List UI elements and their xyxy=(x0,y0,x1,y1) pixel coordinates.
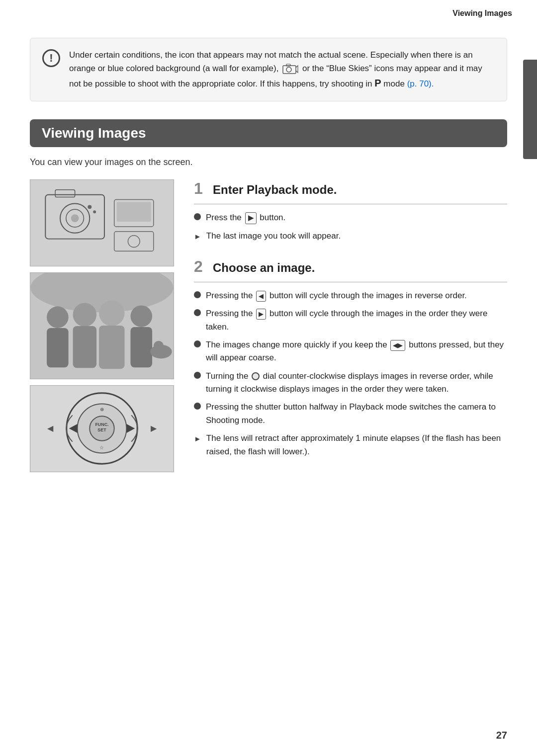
header-title: Viewing Images xyxy=(452,9,512,17)
step-2-bullet-1: Pressing the ◀ button will cycle through… xyxy=(194,289,507,302)
step-1-bullet-1-text: Press the ▶ button. xyxy=(206,211,285,224)
images-column: FUNC. SET ⊕ ☆ ◀ xyxy=(30,179,179,472)
page-footer: 27 xyxy=(496,730,507,741)
bullet-circle-icon-1 xyxy=(194,291,201,298)
svg-text:☆: ☆ xyxy=(99,445,104,451)
left-arrow-btn: ◀ xyxy=(256,291,266,302)
step-2-bullets: Pressing the ◀ button will cycle through… xyxy=(194,289,507,458)
svg-rect-3 xyxy=(31,180,174,266)
arrow-icon: ► xyxy=(194,231,201,242)
step-2-divider xyxy=(194,282,507,282)
svg-rect-21 xyxy=(73,326,97,368)
svg-text:FUNC.: FUNC. xyxy=(95,422,108,427)
instructions-column: 1 Enter Playback mode. Press the ▶ butto… xyxy=(194,179,507,473)
image-2 xyxy=(30,272,174,379)
svg-point-18 xyxy=(47,307,69,329)
notice-link[interactable]: (p. 70). xyxy=(407,79,434,88)
svg-text:◀: ◀ xyxy=(47,424,54,432)
step-1-bullet-1: Press the ▶ button. xyxy=(194,211,507,224)
step-2-title: Choose an image. xyxy=(213,261,315,275)
notice-box: ! Under certain conditions, the icon tha… xyxy=(30,38,507,101)
step-2-bullet-3-text: The images change more quickly if you ke… xyxy=(206,338,507,365)
step-2-bullet-5-text: Pressing the shutter button halfway in P… xyxy=(206,401,507,427)
step-2: 2 Choose an image. Pressing the ◀ button… xyxy=(194,257,507,458)
step-2-header: 2 Choose an image. xyxy=(194,257,507,276)
svg-text:▶: ▶ xyxy=(151,424,157,432)
step-1-divider xyxy=(194,204,507,204)
bullet-circle-icon-2 xyxy=(194,309,201,316)
main-content: FUNC. SET ⊕ ☆ ◀ xyxy=(30,179,507,473)
svg-point-14 xyxy=(93,211,96,214)
svg-text:⊕: ⊕ xyxy=(100,407,104,413)
lr-arrows-btn: ◀▶ xyxy=(390,340,405,351)
image-3-svg: FUNC. SET ⊕ ☆ ◀ xyxy=(30,386,174,472)
side-tab xyxy=(523,60,537,159)
notice-p-mode: P xyxy=(374,78,381,88)
svg-rect-23 xyxy=(99,326,125,369)
svg-point-20 xyxy=(73,303,97,327)
step-2-bullet-4: Turning the dial counter-clockwise displ… xyxy=(194,370,507,396)
image-1-svg xyxy=(30,180,174,266)
notice-text: Under certain conditions, the icon that … xyxy=(69,48,495,91)
svg-point-13 xyxy=(88,205,91,209)
svg-rect-19 xyxy=(47,328,69,367)
step-2-bullet-3: The images change more quickly if you ke… xyxy=(194,338,507,365)
svg-rect-10 xyxy=(117,202,151,222)
step-2-arrow-1: ► The lens will retract after approximat… xyxy=(194,432,507,458)
step-1-arrow-1-text: The last image you took will appear. xyxy=(206,230,341,243)
bullet-circle-icon-3 xyxy=(194,340,201,347)
svg-point-8 xyxy=(71,215,79,223)
playback-button: ▶ xyxy=(245,212,257,224)
step-2-bullet-4-text: Turning the dial counter-clockwise displ… xyxy=(206,370,507,396)
svg-point-1 xyxy=(286,67,291,72)
arrow-icon-2: ► xyxy=(194,433,201,444)
right-arrow-btn: ▶ xyxy=(256,309,266,320)
svg-point-27 xyxy=(154,341,164,351)
svg-point-22 xyxy=(99,301,125,327)
step-2-bullet-1-text: Pressing the ◀ button will cycle through… xyxy=(206,289,467,302)
bullet-circle-icon-4 xyxy=(194,372,201,379)
image-3: FUNC. SET ⊕ ☆ ◀ xyxy=(30,385,174,472)
step-1-header: 1 Enter Playback mode. xyxy=(194,179,507,198)
page-number: 27 xyxy=(496,730,507,741)
section-subtitle: You can view your images on the screen. xyxy=(30,157,507,168)
section-title: Viewing Images xyxy=(42,125,495,141)
step-1-bullets: Press the ▶ button. ► The last image you… xyxy=(194,211,507,243)
step-2-arrow-1-text: The lens will retract after approximatel… xyxy=(206,432,507,458)
notice-icon: ! xyxy=(42,49,60,67)
svg-rect-25 xyxy=(130,327,152,367)
svg-text:SET: SET xyxy=(97,427,106,432)
notice-text-3: mode xyxy=(383,79,405,88)
camera-icon xyxy=(282,64,298,75)
step-2-bullet-2-text: Pressing the ▶ button will cycle through… xyxy=(206,307,507,334)
step-2-bullet-2: Pressing the ▶ button will cycle through… xyxy=(194,307,507,334)
svg-point-24 xyxy=(130,306,152,328)
step-2-bullet-5: Pressing the shutter button halfway in P… xyxy=(194,401,507,427)
step-1: 1 Enter Playback mode. Press the ▶ butto… xyxy=(194,179,507,243)
page-header: Viewing Images xyxy=(0,0,537,23)
step-1-arrow-1: ► The last image you took will appear. xyxy=(194,230,507,243)
image-2-svg xyxy=(30,273,174,379)
step-1-number: 1 xyxy=(194,179,206,198)
step-2-number: 2 xyxy=(194,257,206,276)
image-1 xyxy=(30,179,174,266)
step-1-title: Enter Playback mode. xyxy=(213,183,337,197)
section-title-bar: Viewing Images xyxy=(30,119,507,147)
bullet-circle-icon xyxy=(194,213,201,220)
bullet-circle-icon-5 xyxy=(194,403,201,410)
